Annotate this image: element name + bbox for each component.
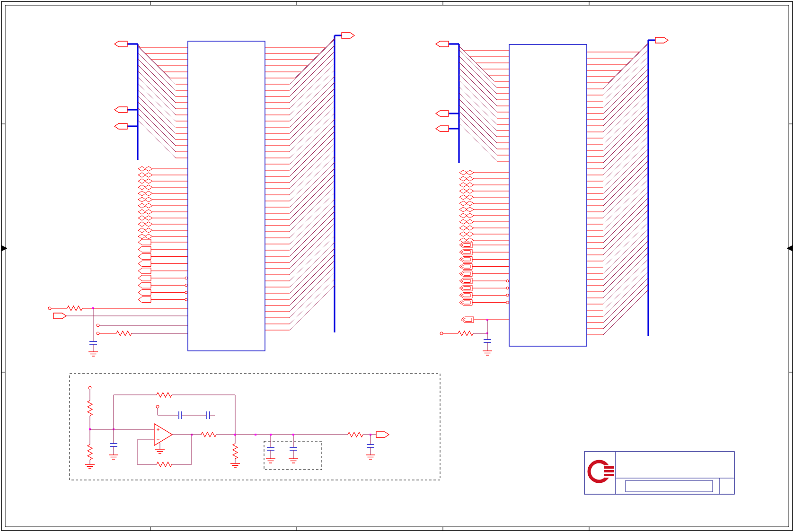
ic-left-input-port[interactable] (115, 123, 127, 129)
ic-right-aux-network (440, 317, 509, 355)
ic-left-left-bus (115, 41, 138, 160)
schematic-page (0, 0, 794, 532)
ic-left-right-bus (335, 33, 354, 332)
ic-left-net-diamonds (138, 166, 188, 239)
ic-right-input-port[interactable] (436, 126, 449, 131)
ic-right-net-diamonds (459, 170, 509, 243)
title-block (584, 452, 734, 494)
ic-left-aux-network (48, 306, 188, 356)
analog-filter-circuit (70, 374, 440, 480)
ic-left-net-flags (138, 239, 188, 303)
ic-left-input-port[interactable] (115, 41, 127, 47)
ic-right-left-bus (436, 41, 459, 163)
sheet-frame (1, 1, 793, 531)
ic-right-left-pins (459, 46, 509, 161)
ic-left-input-port[interactable] (115, 107, 127, 113)
ic-right-body[interactable] (509, 44, 587, 346)
ic-right-group (436, 37, 668, 355)
ic-right-right-pins (587, 43, 648, 335)
opamp-symbol[interactable] (154, 424, 172, 445)
ic-right-input-port[interactable] (436, 111, 449, 116)
ic-right-right-bus (648, 37, 668, 336)
ic-left-body[interactable] (188, 41, 265, 351)
output-port[interactable] (53, 313, 66, 319)
ic-left-right-pins (265, 38, 335, 330)
ic-left-group (48, 33, 354, 356)
schematic-canvas (0, 0, 794, 532)
output-port[interactable] (376, 432, 389, 437)
ic-left-left-pins (138, 45, 188, 158)
ic-right-net-flags (459, 242, 509, 305)
ic-right-output-port[interactable] (655, 37, 668, 43)
ic-left-output-port[interactable] (342, 33, 354, 38)
ic-right-input-port[interactable] (436, 41, 449, 47)
